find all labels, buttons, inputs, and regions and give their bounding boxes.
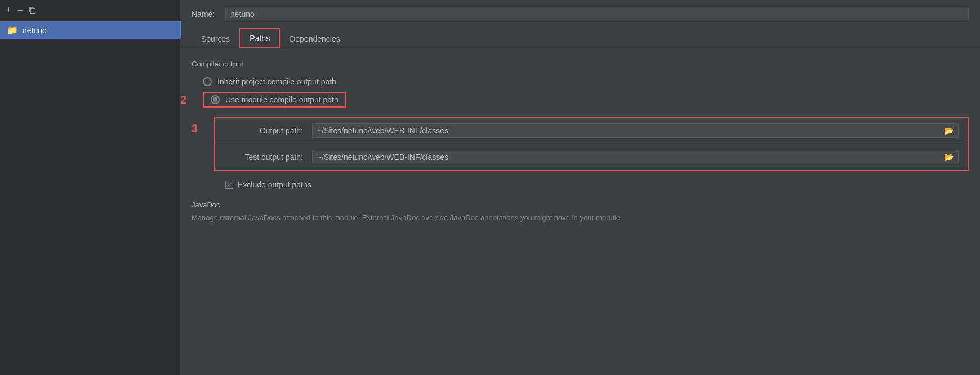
- sidebar-item-label: netuno: [23, 26, 47, 35]
- sidebar-item-netuno[interactable]: 📁 netuno: [0, 21, 180, 39]
- sidebar-toolbar: + − ⧉: [0, 0, 180, 21]
- output-path-input[interactable]: [313, 124, 939, 137]
- exclude-checkbox[interactable]: [225, 181, 233, 189]
- step-3-number: 3: [191, 122, 198, 135]
- remove-icon[interactable]: −: [17, 5, 24, 16]
- tab-sources[interactable]: Sources: [191, 29, 239, 48]
- content-area: Compiler output Inherit project compile …: [180, 48, 980, 375]
- output-path-browse-icon[interactable]: 📂: [939, 124, 958, 137]
- exclude-row: Exclude output paths: [225, 180, 969, 189]
- exclude-label: Exclude output paths: [238, 180, 311, 189]
- selection-accent: [180, 21, 181, 38]
- javadoc-description: Manage external JavaDocs attached to thi…: [191, 213, 969, 222]
- main-content: Name: Sources Paths Dependencies Compile…: [180, 0, 980, 375]
- paths-box: Output path: 📂 Test output path: 📂: [214, 117, 969, 171]
- sidebar: + − ⧉ 📁 netuno: [0, 0, 180, 375]
- folder-icon: 📁: [7, 25, 18, 35]
- output-path-input-container: 📂: [312, 123, 959, 138]
- radio-inherit[interactable]: Inherit project compile output path: [203, 77, 969, 86]
- tab-dependencies[interactable]: Dependencies: [280, 29, 350, 48]
- test-output-path-input[interactable]: [313, 150, 939, 164]
- radio-use-module-circle[interactable]: [211, 95, 220, 104]
- copy-icon[interactable]: ⧉: [29, 5, 36, 16]
- radio-group: Inherit project compile output path 2 Us…: [203, 77, 969, 108]
- javadoc-title: JavaDoc: [191, 200, 969, 209]
- test-output-path-label: Test output path:: [224, 153, 303, 162]
- output-path-label: Output path:: [224, 126, 303, 135]
- tabs-row: Sources Paths Dependencies: [180, 28, 980, 48]
- test-output-path-browse-icon[interactable]: 📂: [939, 150, 958, 164]
- add-icon[interactable]: +: [6, 5, 12, 16]
- tab-paths[interactable]: Paths: [239, 28, 280, 48]
- radio-use-module[interactable]: 2 Use module compile output path: [203, 92, 969, 108]
- radio-inherit-label: Inherit project compile output path: [217, 77, 336, 86]
- compiler-output-title: Compiler output: [191, 60, 969, 68]
- radio-inherit-circle[interactable]: [203, 77, 212, 86]
- output-path-row: Output path: 📂: [215, 118, 968, 144]
- name-input[interactable]: [225, 7, 969, 21]
- test-output-path-row: Test output path: 📂: [215, 144, 968, 170]
- step-2-number: 2: [180, 93, 186, 106]
- name-label: Name:: [191, 10, 220, 19]
- radio-use-module-box: Use module compile output path: [203, 92, 346, 108]
- test-output-path-input-container: 📂: [312, 150, 959, 164]
- name-row: Name:: [180, 0, 980, 28]
- radio-use-module-label: Use module compile output path: [225, 95, 338, 104]
- paths-section: 3 Output path: 📂 Test output path: 📂: [191, 117, 969, 171]
